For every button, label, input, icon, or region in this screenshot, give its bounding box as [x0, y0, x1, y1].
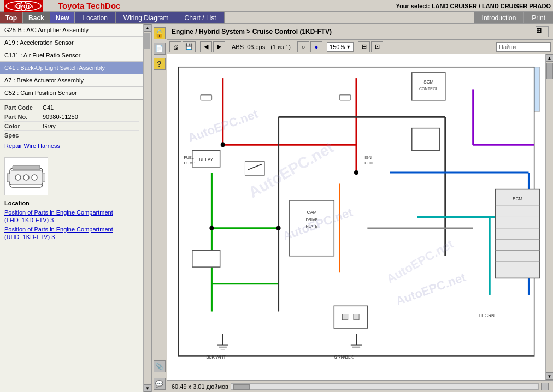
part-details: Part Code C41 Part No. 90980-11250 Color…	[0, 100, 143, 155]
svg-text:COIL: COIL	[364, 161, 374, 165]
diagram-canvas: RELAY CAM DRIVE PLATE ECM	[167, 54, 545, 380]
toolbar2: Top Back New Location Wiring Diagram Cha…	[0, 12, 553, 24]
scroll-up-arrow-right[interactable]: ▲	[546, 54, 554, 62]
radio-off-button[interactable]: ○	[297, 41, 309, 52]
scroll-down-arrow-right[interactable]: ▼	[546, 372, 554, 380]
part-item-c131[interactable]: C131 : Air Fuel Ratio Sensor	[0, 49, 143, 62]
svg-rect-62	[339, 95, 350, 100]
svg-text:CONTROL: CONTROL	[419, 87, 438, 91]
attachment-icon[interactable]: 📎	[154, 360, 166, 372]
svg-rect-9	[13, 165, 40, 170]
svg-text:CAM: CAM	[307, 210, 317, 215]
diagram-dimensions: 60,49 x 3,01 дюймов	[172, 383, 228, 390]
vertical-scrollbar[interactable]: ▲ ▼	[545, 54, 553, 380]
scroll-track	[144, 49, 151, 384]
part-item-c41[interactable]: C41 : Back-Up Light Switch Assembly	[0, 62, 143, 74]
svg-point-8	[32, 175, 37, 180]
spec-row: Spec	[4, 131, 139, 140]
part-code-row: Part Code C41	[4, 103, 139, 112]
actual-size-button[interactable]: ⊡	[371, 41, 383, 52]
color-row: Color Gray	[4, 122, 139, 131]
horizontal-scrollbar[interactable]	[231, 383, 539, 390]
help-icon[interactable]: ?	[154, 58, 166, 70]
connector-image	[4, 157, 48, 195]
location-section: Location Position of Parts in Engine Com…	[0, 198, 143, 244]
location-link-rhd[interactable]: Position of Parts in Engine Compartment …	[4, 225, 139, 241]
lock-icon[interactable]: 🔒	[154, 27, 166, 39]
page-info: (1 из 1)	[268, 44, 293, 50]
diagram-footer: 60,49 x 3,01 дюймов	[167, 380, 553, 392]
chat-icon[interactable]: 💬	[154, 378, 166, 390]
repair-wire-harness-link[interactable]: Repair Wire Harness	[4, 142, 139, 149]
next-page-button[interactable]: ▶	[213, 41, 225, 52]
svg-rect-52	[334, 306, 367, 328]
top-nav-bar: TOYOTA Toyota TechDoc Your select: LAND …	[0, 0, 553, 12]
introduction-button[interactable]: Introduction	[474, 12, 524, 23]
print-diagram-button[interactable]: 🖨	[169, 41, 181, 52]
diagram-header: Engine / Hybrid System > Cruise Control …	[167, 24, 553, 40]
location-link-lhd[interactable]: Position of Parts in Engine Compartment …	[4, 209, 139, 224]
scroll-corner	[541, 383, 549, 390]
search-input[interactable]	[496, 42, 551, 52]
location-button[interactable]: Location	[75, 12, 115, 23]
svg-point-6	[15, 175, 21, 180]
scroll-up-arrow[interactable]: ▲	[144, 24, 151, 32]
expand-icon[interactable]: ⊞	[536, 26, 549, 37]
svg-rect-59	[245, 162, 264, 175]
part-item-c52[interactable]: C52 : Cam Position Sensor	[0, 87, 143, 99]
right-content: Engine / Hybrid System > Cruise Control …	[167, 24, 553, 392]
top-button[interactable]: Top	[0, 12, 23, 23]
prev-page-button[interactable]: ◀	[200, 41, 212, 52]
svg-rect-72	[412, 73, 445, 100]
main-content: G25-B : A/C Amplifier Assembly A19 : Acc…	[0, 24, 553, 392]
logo-area: TOYOTA	[0, 0, 47, 11]
svg-text:LT GRN: LT GRN	[479, 313, 495, 318]
svg-text:GRN/BLK: GRN/BLK	[334, 355, 354, 360]
svg-text:TOYOTA: TOYOTA	[14, 4, 34, 9]
svg-point-57	[276, 226, 280, 230]
document-icon[interactable]: 📄	[154, 43, 166, 55]
toyota-logo: TOYOTA	[4, 0, 43, 12]
toyota-logo-svg: TOYOTA	[5, 1, 42, 11]
svg-point-56	[354, 170, 358, 175]
new-button[interactable]: New	[50, 12, 75, 23]
connector-svg	[7, 160, 45, 193]
svg-point-55	[221, 142, 225, 147]
sidebar-icons: 🔒 📄 ? 📎 💬	[152, 24, 167, 392]
svg-text:FUEL: FUEL	[184, 156, 194, 160]
part-item-a7[interactable]: A7 : Brake Actuator Assembly	[0, 74, 143, 87]
scroll-down-arrow[interactable]: ▼	[144, 384, 151, 392]
zoom-selector[interactable]: 150% ▼	[327, 42, 354, 52]
spacer	[225, 12, 474, 23]
diagram-area: RELAY CAM DRIVE PLATE ECM	[167, 54, 553, 380]
part-no-row: Part No. 90980-11250	[4, 112, 139, 122]
wiring-diagram-svg: RELAY CAM DRIVE PLATE ECM	[167, 54, 545, 380]
back-button[interactable]: Back	[23, 12, 50, 23]
chart-list-button[interactable]: Chart / List	[177, 12, 225, 23]
left-scrollbar[interactable]: ▲ ▼	[143, 24, 151, 392]
svg-rect-53	[343, 314, 348, 320]
part-item-a19[interactable]: A19 : Acceleration Sensor	[0, 37, 143, 49]
svg-point-58	[209, 226, 214, 230]
svg-text:PLATE: PLATE	[306, 224, 318, 229]
svg-text:SCM: SCM	[423, 80, 433, 85]
diagram-toolbar: 🖨 💾 ◀ ▶ ABS_06.eps (1 из 1) ○ ● 150% ▼ ⊞…	[167, 40, 553, 54]
svg-rect-54	[354, 314, 359, 320]
svg-text:BLK/WHT: BLK/WHT	[206, 355, 226, 360]
scroll-thumb-right[interactable]	[546, 63, 553, 79]
parts-list: G25-B : A/C Amplifier Assembly A19 : Acc…	[0, 24, 143, 100]
svg-rect-44	[495, 189, 539, 278]
scroll-thumb[interactable]	[144, 33, 150, 49]
svg-text:PUMP: PUMP	[184, 161, 196, 165]
file-name: ABS_06.eps	[230, 44, 267, 50]
h-scroll-thumb[interactable]	[233, 384, 250, 390]
svg-rect-75	[412, 128, 440, 151]
print-button[interactable]: Print	[523, 12, 553, 23]
svg-text:ECM: ECM	[513, 197, 522, 201]
fit-button[interactable]: ⊞	[358, 41, 370, 52]
save-diagram-button[interactable]: 💾	[183, 41, 196, 52]
left-panel: G25-B : A/C Amplifier Assembly A19 : Acc…	[0, 24, 152, 392]
part-item-g25b[interactable]: G25-B : A/C Amplifier Assembly	[0, 24, 143, 37]
wiring-diagram-button[interactable]: Wiring Diagram	[116, 12, 177, 23]
radio-on-button[interactable]: ●	[310, 41, 322, 52]
